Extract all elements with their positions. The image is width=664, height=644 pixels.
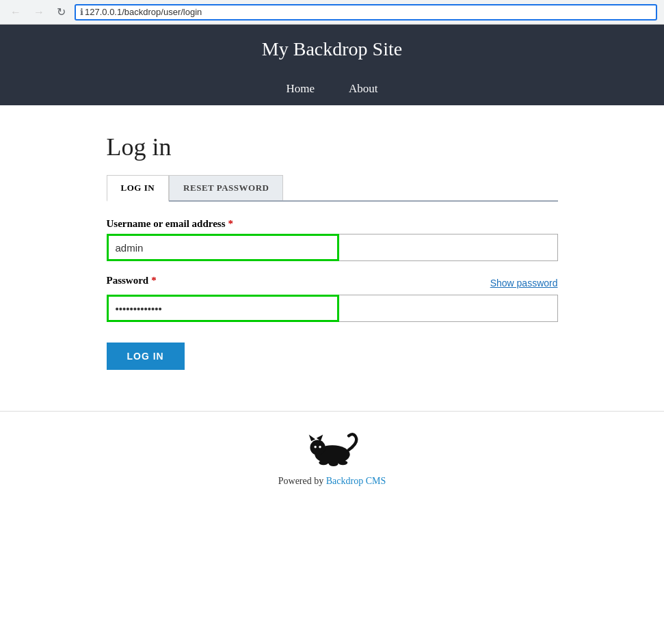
login-button[interactable]: LOG IN (107, 343, 185, 370)
username-field-row (107, 234, 558, 261)
address-bar-wrapper: ℹ (75, 4, 657, 21)
svg-point-4 (314, 446, 316, 448)
forward-button[interactable]: → (30, 5, 48, 20)
site-title: My Backdrop Site (0, 38, 664, 60)
password-form-group: Password * Show password (107, 275, 558, 322)
username-required-star: * (228, 218, 234, 230)
password-input[interactable] (107, 295, 339, 322)
reload-button[interactable]: ↻ (53, 4, 69, 20)
site-footer: Powered by Backdrop CMS (0, 411, 664, 500)
back-button[interactable]: ← (7, 5, 25, 20)
site-nav: Home About (0, 72, 664, 105)
username-input[interactable] (107, 234, 339, 261)
page-title: Log in (107, 133, 558, 161)
site-header: My Backdrop Site Home About (0, 25, 664, 105)
username-label: Username or email address * (107, 218, 558, 230)
backdrop-cat-icon (291, 425, 373, 466)
footer-cat-logo (14, 425, 650, 469)
password-header: Password * Show password (107, 275, 558, 291)
nav-about[interactable]: About (349, 82, 378, 96)
browser-chrome: ← → ↻ ℹ (0, 0, 664, 25)
lock-icon: ℹ (80, 7, 83, 18)
password-label: Password * (107, 275, 157, 286)
svg-point-1 (310, 440, 325, 455)
login-tabs: LOG IN RESET PASSWORD (107, 175, 558, 202)
username-form-group: Username or email address * (107, 218, 558, 261)
nav-home[interactable]: Home (286, 82, 315, 96)
password-input-secondary (339, 295, 558, 322)
svg-point-5 (319, 446, 321, 448)
tab-reset-password[interactable]: RESET PASSWORD (169, 175, 283, 200)
username-input-secondary (339, 234, 558, 261)
password-field-row (107, 295, 558, 322)
svg-point-7 (328, 461, 338, 466)
svg-point-8 (338, 460, 347, 465)
backdrop-cms-link[interactable]: Backdrop CMS (326, 476, 386, 486)
main-content: Log in LOG IN RESET PASSWORD Username or… (93, 133, 572, 370)
show-password-button[interactable]: Show password (490, 278, 558, 289)
footer-powered-by: Powered by Backdrop CMS (14, 476, 650, 487)
password-required-star: * (151, 275, 157, 286)
tab-login[interactable]: LOG IN (107, 175, 170, 202)
svg-marker-2 (308, 435, 315, 441)
address-bar-input[interactable] (85, 7, 652, 17)
svg-point-6 (319, 460, 328, 465)
